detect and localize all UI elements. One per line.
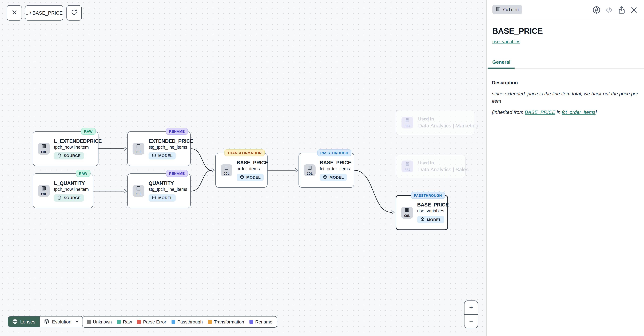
lenses-button[interactable]: Lenses	[8, 316, 40, 327]
refresh-icon	[71, 9, 77, 17]
app: .. / BASE_PRICE RAW COL L_EXTENDEDPRICE …	[0, 0, 644, 336]
panel-header: Column	[487, 0, 644, 20]
node-l-quantity[interactable]: RAW COL L_QUANTITY tpch_now.lineitem SOU…	[33, 173, 93, 208]
node-base-price-order-items[interactable]: TRANSFORMATION COL BASE_PRICE order_item…	[215, 153, 268, 188]
lens-badge: RENAME	[166, 128, 188, 135]
column-chip: COL	[132, 185, 144, 197]
lens-badge: RAW	[81, 128, 96, 135]
node-title: BASE_PRICE	[236, 160, 268, 165]
model-badge: MODEL	[320, 174, 347, 181]
ghost-project-name: Data Analytics | Marketing	[418, 123, 478, 129]
close-icon	[11, 9, 17, 17]
lens-badge: PASSTHROUGH	[317, 149, 352, 156]
node-subtitle: fct_order_items	[320, 166, 350, 171]
tab-general[interactable]: General	[488, 59, 514, 69]
legend-item: Parse Error	[137, 319, 166, 324]
model-badge: MODEL	[417, 216, 444, 223]
columns-icon	[136, 186, 141, 192]
database-icon	[57, 195, 62, 200]
columns-icon	[42, 144, 46, 150]
column-chip: COL	[220, 164, 232, 176]
breadcrumb[interactable]: .. / BASE_PRICE	[25, 5, 63, 21]
lens-badge: RENAME	[166, 170, 188, 177]
columns-icon	[405, 208, 410, 214]
model-badge: MODEL	[148, 152, 176, 159]
zoom-out-button[interactable]: −	[464, 314, 478, 328]
panel-tabs: General	[487, 59, 644, 69]
node-l-extendedprice[interactable]: RAW COL L_EXTENDEDPRICE tpch_now.lineite…	[33, 131, 98, 166]
project-chip: PRJ	[402, 117, 413, 129]
node-title: BASE_PRICE	[320, 160, 351, 165]
columns-icon	[224, 165, 229, 172]
lens-badge: RAW	[76, 170, 90, 177]
zoom-in-button[interactable]: +	[464, 301, 478, 314]
node-title: L_EXTENDEDPRICE	[54, 138, 102, 144]
model-badge: MODEL	[236, 174, 264, 181]
ghost-label: Used In	[418, 161, 434, 165]
ghost-node-marketing[interactable]: PRJ Used In Data Analytics | Marketing	[396, 110, 475, 135]
ghost-label: Used In	[418, 117, 434, 122]
close-panel-icon[interactable]	[630, 6, 638, 14]
columns-icon	[496, 7, 501, 13]
entity-type-badge: Column	[492, 5, 522, 14]
lens-legend: Unknown Raw Parse Error Passthrough Tran…	[82, 316, 277, 328]
legend-item: Transformation	[208, 319, 244, 324]
legend-item: Raw	[117, 319, 132, 324]
legend-item: Passthrough	[171, 319, 203, 324]
column-chip: COL	[38, 143, 50, 155]
close-graph-button[interactable]	[6, 5, 22, 21]
source-badge: SOURCE	[54, 194, 84, 201]
database-icon	[57, 153, 62, 158]
share-icon[interactable]	[618, 6, 626, 14]
legend-swatch	[87, 320, 91, 324]
details-panel: Column BASE_PRICE use_variables General …	[486, 0, 644, 336]
node-subtitle: tpch_now.lineitem	[54, 186, 89, 192]
column-chip: COL	[401, 207, 413, 218]
node-subtitle: stg_tpch_line_items	[148, 144, 187, 150]
zoom-control: + −	[464, 300, 478, 328]
node-base-price-fct-order-items[interactable]: PASSTHROUGH COL BASE_PRICE fct_order_ite…	[298, 153, 354, 188]
lenses-control: Lenses Evolution	[8, 316, 84, 327]
columns-icon	[42, 186, 46, 192]
lens-selector-label: Evolution	[52, 319, 71, 324]
model-link[interactable]: use_variables	[492, 39, 520, 44]
legend-swatch	[117, 320, 121, 324]
refresh-button[interactable]	[66, 5, 82, 21]
cube-icon	[152, 153, 156, 158]
column-chip: COL	[132, 143, 144, 155]
layers-icon	[44, 318, 49, 325]
chevron-down-icon	[74, 319, 79, 324]
node-extended-price[interactable]: RENAME COL EXTENDED_PRICE stg_tpch_line_…	[127, 131, 191, 166]
model-badge: MODEL	[148, 194, 176, 201]
ghost-node-sales[interactable]: PRJ Used In Data Analytics | Sales	[396, 155, 466, 178]
column-chip: COL	[304, 164, 316, 176]
inherited-model-link[interactable]: fct_order_items	[562, 109, 596, 115]
lineage-canvas[interactable]: .. / BASE_PRICE RAW COL L_EXTENDEDPRICE …	[0, 0, 486, 336]
compass-icon[interactable]	[592, 6, 601, 14]
inherited-note: [Inherited from BASE_PRICE in fct_order_…	[492, 109, 640, 115]
node-subtitle: use_variables	[417, 208, 444, 213]
node-title: BASE_PRICE	[417, 202, 449, 207]
panel-title: BASE_PRICE	[492, 27, 638, 36]
lens-selector[interactable]: Evolution	[40, 316, 83, 327]
legend-swatch	[249, 320, 253, 324]
lenses-label: Lenses	[20, 319, 35, 324]
project-icon	[405, 118, 410, 124]
node-subtitle: stg_tpch_line_items	[148, 186, 187, 192]
code-icon[interactable]	[605, 6, 614, 14]
columns-icon	[136, 144, 141, 150]
node-title: EXTENDED_PRICE	[148, 138, 193, 144]
node-title: QUANTITY	[148, 180, 174, 186]
project-chip: PRJ	[402, 161, 413, 172]
legend-item: Rename	[249, 319, 272, 324]
aperture-icon	[12, 318, 18, 325]
source-badge: SOURCE	[54, 152, 84, 159]
cube-icon	[323, 175, 328, 180]
node-subtitle: order_items	[236, 166, 260, 171]
description-heading: Description	[492, 80, 639, 85]
project-icon	[405, 162, 410, 168]
node-base-price-use-variables[interactable]: PASSTHROUGH COL BASE_PRICE use_variables…	[396, 195, 448, 230]
node-quantity[interactable]: RENAME COL QUANTITY stg_tpch_line_items …	[127, 173, 191, 208]
cube-icon	[240, 175, 244, 180]
inherited-column-link[interactable]: BASE_PRICE	[525, 109, 555, 115]
